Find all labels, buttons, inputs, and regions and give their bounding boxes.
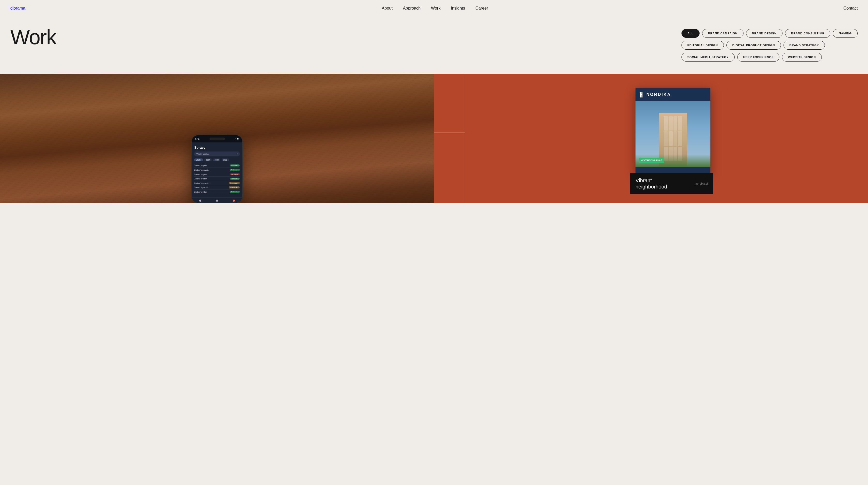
phone-list-item-5: Žiadosť o prevod... Expedované: [194, 181, 240, 186]
phone-item-badge-7: Podpisané: [230, 191, 240, 193]
phone-tabs: Všetky 2024 2023 2022: [194, 159, 240, 161]
phone-item-badge-3: Na podpis: [230, 173, 240, 175]
nav-about[interactable]: About: [382, 6, 393, 10]
work-card-digital-product[interactable]: 9:41 ▲ ◼ Správy Všetky správy ▾ Vš: [0, 74, 434, 203]
phone-mockup-container: 9:41 ▲ ◼ Správy Všetky správy ▾ Vš: [191, 135, 243, 203]
nav-career[interactable]: Career: [475, 6, 488, 10]
nordika-logo-icon: [640, 92, 644, 97]
phone-item-badge-2: Podpisané: [230, 169, 240, 171]
nav-approach[interactable]: Approach: [403, 6, 421, 10]
filter-user-experience[interactable]: USER EXPERIENCE: [737, 53, 780, 61]
phone-item-text-7: Žiadosť o výber: [194, 191, 207, 193]
phone-item-badge-6: Expedované: [228, 187, 240, 189]
phone-notch: 9:41 ▲ ◼: [192, 135, 242, 142]
nordika-url: nordika.si: [695, 182, 708, 185]
phone-tab-2023: 2023: [213, 159, 220, 161]
nav-work[interactable]: Work: [431, 6, 440, 10]
phone-item-text-5: Žiadosť o prevod...: [194, 182, 210, 184]
phone-bottom-nav: [192, 197, 242, 203]
phone-nav-home: [199, 200, 201, 202]
nordika-tagline: Vibrant neighborhood: [636, 177, 667, 190]
phone-tab-2022: 2022: [222, 159, 229, 161]
filter-section: ALL BRAND CAMPAIGN BRAND DESIGN BRAND CO…: [681, 27, 858, 61]
filter-brand-design[interactable]: BRAND DESIGN: [746, 29, 783, 38]
phone-item-text-1: Žiadosť o výber: [194, 165, 207, 167]
filter-brand-campaign[interactable]: BRAND CAMPAIGN: [702, 29, 743, 38]
nordika-line-decoration: [434, 74, 465, 203]
phone-dropdown-label: Všetky správy: [196, 153, 209, 155]
phone-item-text-3: Žiadosť o výber: [194, 173, 207, 175]
phone-list-item-7: Žiadosť o výber Podpisané: [194, 190, 240, 194]
phone-notch-pill: [210, 138, 225, 140]
nav-contact[interactable]: Contact: [843, 6, 858, 10]
filter-website-design[interactable]: WEBSITE DESIGN: [782, 53, 822, 61]
nav-insights[interactable]: Insights: [451, 6, 465, 10]
phone-nav-messages: [233, 200, 235, 202]
nordika-main-card: NORDIKA: [636, 88, 710, 173]
nordika-card-header: NORDIKA: [636, 88, 710, 101]
filter-row-1: ALL BRAND CAMPAIGN BRAND DESIGN BRAND CO…: [681, 29, 858, 38]
nordika-apartments-badge: APARTMENTS ON SALE: [639, 158, 664, 163]
nav-links: About Approach Work Insights Career: [382, 6, 488, 10]
phone-screen-title: Správy: [194, 146, 240, 149]
filter-editorial-design[interactable]: EDITORIAL DESIGN: [681, 41, 724, 50]
nordika-neighborhood-text: neighborhood: [636, 183, 667, 190]
svg-rect-2: [640, 94, 643, 95]
phone-tab-all: Všetky: [194, 159, 203, 161]
page-header: Work ALL BRAND CAMPAIGN BRAND DESIGN BRA…: [10, 27, 858, 61]
phone-nav-charts: [216, 200, 218, 202]
page-title: Work: [10, 27, 56, 48]
phone-list-item-2: Žiadosť o prevod... Podpisané: [194, 168, 240, 172]
phone-item-badge-1: Podpisané: [230, 165, 240, 167]
filter-social-media-strategy[interactable]: SOCIAL MEDIA STRATEGY: [681, 53, 735, 61]
work-grid: 9:41 ▲ ◼ Správy Všetky správy ▾ Vš: [0, 74, 868, 203]
filter-digital-product-design[interactable]: DIGITAL PRODUCT DESIGN: [726, 41, 781, 50]
phone-item-badge-5: Expedované: [228, 182, 240, 184]
filter-brand-strategy[interactable]: BRAND STRATEGY: [783, 41, 825, 50]
phone-list-item-4: Žiadosť o výber Podpisané: [194, 177, 240, 181]
main-nav: diorama. About Approach Work Insights Ca…: [0, 0, 868, 17]
filter-row-3: SOCIAL MEDIA STRATEGY USER EXPERIENCE WE…: [681, 53, 822, 61]
phone-time: 9:41: [195, 138, 199, 140]
nordika-collage: NORDIKA: [636, 88, 713, 189]
phone-dropdown-arrow: ▾: [237, 153, 238, 155]
phone-list-item-6: Žiadosť o prevod... Expedované: [194, 186, 240, 190]
main-content: Work ALL BRAND CAMPAIGN BRAND DESIGN BRA…: [0, 17, 868, 203]
phone-item-text-4: Žiadosť o výber: [194, 178, 207, 180]
filter-naming[interactable]: NAMING: [833, 29, 858, 38]
phone-status-icons: ▲ ◼: [235, 138, 239, 140]
phone-list-item-1: Žiadosť o výber Podpisané: [194, 163, 240, 168]
work-card-nordika[interactable]: NORDIKA: [434, 74, 868, 203]
phone-dropdown: Všetky správy ▾: [194, 151, 240, 156]
nordika-vibrant-text: Vibrant: [636, 177, 667, 183]
nordika-logo-text: NORDIKA: [646, 92, 671, 97]
filter-all[interactable]: ALL: [681, 29, 700, 38]
phone-device: 9:41 ▲ ◼ Správy Všetky správy ▾ Vš: [191, 135, 243, 203]
logo[interactable]: diorama.: [10, 6, 26, 10]
phone-list-item-3: Žiadosť o výber Na podpis: [194, 172, 240, 177]
phone-item-text-2: Žiadosť o prevod...: [194, 169, 210, 171]
filter-brand-consulting[interactable]: BRAND CONSULTING: [785, 29, 830, 38]
phone-item-text-6: Žiadosť o prevod...: [194, 187, 210, 189]
phone-tab-2024: 2024: [204, 159, 212, 161]
phone-screen: Správy Všetky správy ▾ Všetky 2024 2023 …: [192, 142, 242, 197]
filter-row-2: EDITORIAL DESIGN DIGITAL PRODUCT DESIGN …: [681, 41, 825, 50]
nordika-bottom-strip: Vibrant neighborhood nordika.si: [630, 173, 713, 194]
nordika-building-area: APARTMENTS ON SALE: [636, 101, 710, 167]
phone-item-badge-4: Podpisané: [230, 178, 240, 180]
